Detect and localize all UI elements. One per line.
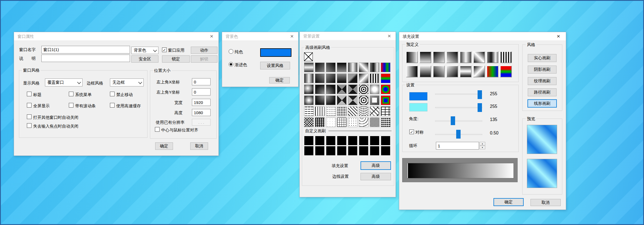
- brush-swatch-dark-diag-bl[interactable]: [326, 63, 335, 72]
- color2-slider-thumb[interactable]: [478, 103, 482, 112]
- solid-color-radio[interactable]: [229, 49, 233, 54]
- border-style-dropdown[interactable]: 无边框: [110, 78, 144, 86]
- brush-swatch-black[interactable]: [348, 136, 357, 145]
- window-apply-checkbox[interactable]: ✓: [162, 47, 167, 52]
- brush-swatch-stripes-v[interactable]: [500, 51, 512, 63]
- brush-swatch-rgb-h[interactable]: [381, 74, 390, 83]
- checkbox-system-menu[interactable]: [69, 92, 73, 96]
- color2-swatch[interactable]: [409, 103, 427, 111]
- brush-swatch-hatch-shingle[interactable]: [359, 118, 368, 127]
- brush-swatch-hatch-dots1[interactable]: [326, 107, 335, 116]
- brush-swatch-black[interactable]: [315, 136, 324, 145]
- brush-swatch-black[interactable]: [370, 146, 379, 155]
- brush-swatch-p-br2tl[interactable]: [446, 66, 458, 77]
- window-name-input[interactable]: [41, 46, 130, 54]
- close-icon[interactable]: ×: [385, 32, 393, 40]
- brush-swatch-star[interactable]: [304, 96, 313, 105]
- brush-swatch-black[interactable]: [326, 136, 335, 145]
- brush-swatch-rgb-rings[interactable]: [381, 85, 390, 94]
- resolution-ellipsis-button[interactable]: . . .: [192, 119, 211, 126]
- y-coord-input[interactable]: [192, 88, 211, 95]
- description-input[interactable]: [41, 55, 130, 62]
- color2-slider-track[interactable]: [435, 107, 482, 108]
- brush-swatch-stripes-v[interactable]: [370, 74, 379, 83]
- brush-swatch-cone-dark2[interactable]: [348, 85, 357, 94]
- checkbox-auto-close-focus[interactable]: [27, 123, 32, 128]
- brush-swatch-vband-soft[interactable]: [348, 63, 357, 72]
- brush-swatch-hatch-wave[interactable]: [359, 107, 368, 116]
- brush-swatch-vband-right[interactable]: [370, 63, 379, 72]
- brush-swatch-black[interactable]: [359, 146, 368, 155]
- brush-swatch-corner-tr[interactable]: [315, 96, 324, 105]
- brush-swatch-diag-shine-45[interactable]: [359, 63, 368, 72]
- action-button[interactable]: 动作: [191, 47, 217, 54]
- brush-swatch-hatch-diag-brick[interactable]: [370, 107, 379, 116]
- brush-swatch-diag-split[interactable]: [348, 74, 357, 83]
- brush-swatch-corner-br[interactable]: [315, 85, 324, 94]
- brush-swatch-glow-center[interactable]: [304, 85, 313, 94]
- checkbox-fullscreen[interactable]: [27, 103, 32, 108]
- linear-brush-button[interactable]: 线形画刷: [527, 99, 557, 108]
- brush-swatch-black[interactable]: [359, 136, 368, 145]
- brush-swatch-p-t2b[interactable]: [419, 51, 431, 63]
- brush-swatch-dark-diag-br[interactable]: [315, 63, 324, 72]
- brush-swatch-hatch-weave[interactable]: [304, 118, 313, 127]
- brush-swatch-dark-diag-tl[interactable]: [326, 74, 335, 83]
- brush-swatch-p-tl2br[interactable]: [433, 51, 445, 63]
- ok-button[interactable]: 确定: [155, 142, 173, 150]
- angle-slider-track[interactable]: [435, 120, 482, 122]
- color1-swatch[interactable]: [409, 92, 427, 100]
- checkbox-scrollbar[interactable]: [69, 103, 73, 108]
- checkbox-forbid-move[interactable]: [110, 92, 115, 96]
- brush-swatch-hatch-check[interactable]: [370, 118, 379, 127]
- set-style-button[interactable]: 设置风格: [260, 62, 290, 69]
- spinner-up-icon[interactable]: ▲: [480, 142, 485, 145]
- height-input[interactable]: [192, 109, 211, 116]
- checkbox-cache[interactable]: [110, 103, 115, 108]
- brush-swatch-black[interactable]: [304, 146, 313, 155]
- width-input[interactable]: [192, 99, 211, 106]
- brush-swatch-hatch-lines-v[interactable]: [315, 107, 324, 116]
- brush-swatch-p-tr2bl[interactable]: [446, 51, 458, 63]
- fill-advanced-button[interactable]: 高级: [361, 161, 391, 170]
- titlebar[interactable]: 背景色 ×: [222, 32, 298, 40]
- checkbox-title[interactable]: [27, 92, 32, 96]
- ok-button[interactable]: 确定: [269, 77, 290, 83]
- brush-swatch-rgb-h[interactable]: [500, 66, 512, 77]
- brush-swatch-black[interactable]: [304, 136, 313, 145]
- brush-swatch-black[interactable]: [370, 136, 379, 145]
- brush-swatch-glow-big[interactable]: [370, 85, 379, 94]
- close-icon[interactable]: ×: [288, 33, 296, 40]
- brush-swatch-diag-shine-135[interactable]: [359, 74, 368, 83]
- brush-swatch-dark-up[interactable]: [337, 74, 346, 83]
- brush-swatch-hatch-dots3[interactable]: [348, 118, 357, 127]
- color1-slider-thumb[interactable]: [478, 90, 482, 99]
- brush-swatch-rings[interactable]: [359, 85, 368, 94]
- angle-slider-thumb[interactable]: [451, 116, 455, 125]
- brush-swatch-hatch-spheres[interactable]: [381, 118, 390, 127]
- brush-swatch-diag-shine-45[interactable]: [473, 51, 485, 63]
- cancel-button[interactable]: 取消: [190, 142, 208, 150]
- brush-swatch-black[interactable]: [381, 146, 390, 155]
- brush-swatch-hatch-divot[interactable]: [326, 118, 335, 127]
- color1-slider-track[interactable]: [435, 94, 482, 95]
- brush-swatch-cone-light2[interactable]: [348, 96, 357, 105]
- brush-swatch-corner-tl[interactable]: [326, 96, 335, 105]
- brush-swatch-cone-dark[interactable]: [337, 85, 346, 94]
- brush-swatch-band-v[interactable]: [304, 74, 313, 83]
- solid-color-swatch[interactable]: [260, 48, 291, 57]
- brush-swatch-rgb-squares[interactable]: [381, 96, 390, 105]
- cycle-input[interactable]: [436, 142, 479, 150]
- brush-swatch-hatch-zigzag[interactable]: [348, 107, 357, 116]
- brush-swatch-black[interactable]: [337, 146, 346, 155]
- display-style-dropdown[interactable]: 覆盖窗口: [45, 78, 83, 86]
- ok-button[interactable]: 确定: [493, 198, 524, 206]
- brush-swatch-rgb-v3[interactable]: [487, 66, 498, 77]
- safe-area-button[interactable]: 安全区: [131, 55, 158, 63]
- texture-brush-button[interactable]: 纹理画刷: [528, 77, 557, 85]
- brush-swatch-band-h[interactable]: [304, 63, 313, 72]
- titlebar[interactable]: 背景设置 ×: [300, 32, 396, 40]
- brush-swatch-none[interactable]: [304, 52, 313, 61]
- brush-swatch-black[interactable]: [337, 136, 346, 145]
- shadow-brush-button[interactable]: 阴影画刷: [528, 66, 557, 74]
